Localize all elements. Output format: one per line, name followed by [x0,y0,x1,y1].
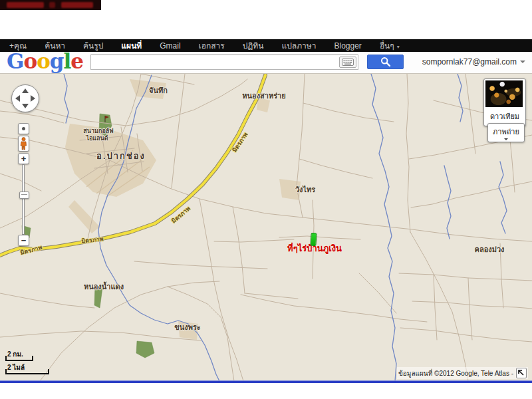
search-input[interactable] [91,57,339,68]
place-label: ขนงพระ [174,321,200,333]
zoom-in-button[interactable]: + [18,153,29,164]
window-title-decoration [7,2,44,8]
map-viewport[interactable]: จันทึกหนองสาหร่ายสนามกอล์ฟไอแลนด์อ.ปากช่… [0,73,532,381]
chevron-down-icon [504,138,508,140]
logo-letter: g [50,49,64,73]
place-label: หนองน้ำแดง [84,281,124,293]
pan-up-arrow-icon[interactable] [22,88,29,93]
scale-miles-bar [5,373,49,374]
logo-letter: l [64,49,71,73]
nav-item-9[interactable]: อื่นๆ▾ [380,39,400,52]
nav-item-3[interactable]: แผนที่ [121,39,142,52]
pan-control[interactable] [11,84,39,112]
place-label: อ.ปากช่อง [96,149,146,163]
nav-item-4[interactable]: Gmail [160,41,180,51]
report-arrow-button[interactable] [516,368,527,378]
chevron-down-icon [520,61,525,63]
pan-down-arrow-icon[interactable] [22,104,29,108]
window-title-decoration [61,2,93,8]
logo-letter: o [23,49,37,73]
google-logo[interactable]: Google [7,49,83,73]
account-email: sompornlak77@gmail.com [422,57,517,66]
google-maps-page: +คุณค้นหาค้นรูปแผนที่Gmailเอกสารปฏิทินแป… [0,0,532,399]
arrow-up-left-icon [518,370,525,376]
zoom-out-button[interactable]: − [18,235,29,246]
map-scale: 2 กม. 2 ไมล์ [5,349,49,376]
satellite-thumbnail [485,80,523,107]
nav-item-2[interactable]: ค้นรูป [83,39,103,52]
place-label: คลองม่วง [475,243,505,255]
place-label: หนองสาหร่าย [242,90,285,102]
search-icon [380,57,391,67]
scale-km-label: 2 กม. [7,349,49,359]
scale-miles-label: 2 ไมล์ [7,362,49,372]
keyboard-icon [342,59,354,66]
zoom-slider-track[interactable] [22,164,25,235]
satellite-layer-button[interactable]: ดาวเทียม [483,78,526,126]
nav-item-5[interactable]: เอกสาร [199,39,225,52]
map-canvas [0,74,532,381]
map-bottom-border [0,380,532,383]
photos-label: ภาพถ่าย [493,126,519,138]
place-label: จันทึก [149,84,168,96]
logo-letter: e [70,49,83,73]
search-header: Google sompornlak77@gmail. [0,52,532,73]
nav-item-7[interactable]: แปลภาษา [281,39,316,52]
place-label: ไอแลนด์ [86,134,108,143]
scale-km-bar [5,360,33,361]
pegman-icon [19,137,28,150]
pan-right-arrow-icon[interactable] [31,95,35,102]
chevron-down-icon: ▾ [397,44,400,50]
nav-item-8[interactable]: Blogger [334,41,362,51]
attribution-text: ข้อมูลแผนที่ ©2012 Google, Tele Atlas - [398,368,513,378]
logo-letter: o [37,49,50,73]
logo-letter: G [7,49,23,73]
pan-left-arrow-icon[interactable] [15,95,20,102]
pegman-button[interactable] [18,136,29,152]
map-marker[interactable] [310,233,317,247]
place-label: วังไทร [295,184,315,196]
window-title-decoration [49,2,55,8]
search-button[interactable] [367,55,404,69]
golf-flag-icon [103,114,110,122]
reset-view-button[interactable] [18,123,29,134]
account-menu[interactable]: sompornlak77@gmail.com [422,57,525,66]
keyboard-icon-button[interactable] [339,57,356,68]
zoom-slider-handle[interactable] [19,192,29,199]
search-box [90,55,358,70]
map-attribution: ข้อมูลแผนที่ ©2012 Google, Tele Atlas - [397,367,528,379]
nav-item-6[interactable]: ปฏิทิน [243,39,264,52]
window-title-bar [0,0,101,10]
photos-layer-button[interactable]: ภาพถ่าย [487,123,525,142]
